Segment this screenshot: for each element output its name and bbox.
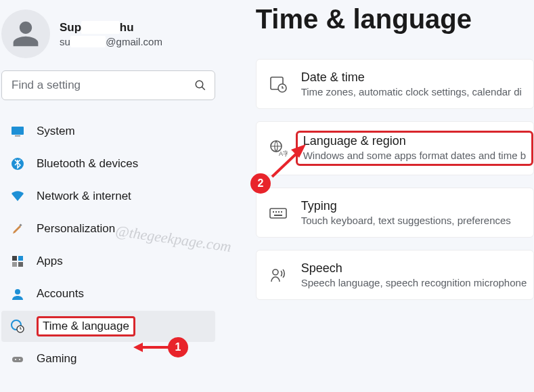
sidebar-item-bluetooth[interactable]: Bluetooth & devices bbox=[1, 148, 215, 179]
profile-email: suxxxxxxx@gmail.com bbox=[60, 36, 162, 47]
annotation-badge-2: 2 bbox=[250, 173, 271, 194]
annotation-arrow-2 bbox=[268, 144, 309, 178]
svg-line-29 bbox=[272, 152, 298, 177]
card-title: Language & region bbox=[303, 134, 526, 148]
annotation-arrow-1 bbox=[133, 341, 169, 354]
nav-list: System Bluetooth & devices Network & int… bbox=[0, 115, 217, 375]
svg-point-14 bbox=[15, 359, 16, 360]
wifi-icon bbox=[11, 190, 24, 203]
sidebar-item-personalization[interactable]: Personalization bbox=[1, 213, 215, 244]
card-subtitle: Time zones, automatic clock settings, ca… bbox=[301, 86, 533, 97]
card-subtitle: Touch keyboard, text suggestions, prefer… bbox=[301, 215, 533, 226]
nav-label: Personalization bbox=[37, 222, 115, 236]
svg-line-1 bbox=[202, 87, 205, 90]
svg-rect-22 bbox=[275, 211, 277, 213]
speech-icon bbox=[269, 265, 288, 284]
avatar[interactable] bbox=[1, 9, 50, 58]
card-speech[interactable]: Speech Speech language, speech recogniti… bbox=[256, 250, 534, 300]
apps-icon bbox=[11, 255, 24, 268]
bluetooth-icon bbox=[11, 157, 24, 171]
card-typing[interactable]: Typing Touch keyboard, text suggestions,… bbox=[256, 188, 534, 238]
sidebar-item-apps[interactable]: Apps bbox=[1, 246, 215, 277]
person-icon bbox=[11, 19, 41, 49]
svg-point-10 bbox=[15, 289, 20, 295]
keyboard-icon bbox=[269, 203, 288, 222]
svg-rect-13 bbox=[12, 357, 23, 362]
sidebar: Supxxxxxxhu suxxxxxxx@gmail.com bbox=[0, 0, 222, 392]
svg-rect-8 bbox=[12, 262, 17, 267]
svg-rect-21 bbox=[273, 211, 274, 213]
nav-label: Gaming bbox=[37, 352, 77, 366]
nav-label: Network & internet bbox=[37, 190, 131, 203]
card-title: Date & time bbox=[301, 70, 533, 85]
sidebar-item-system[interactable]: System bbox=[1, 116, 215, 147]
card-subtitle: Speech language, speech recognition micr… bbox=[301, 277, 533, 288]
sidebar-item-network[interactable]: Network & internet bbox=[1, 181, 215, 212]
svg-rect-20 bbox=[270, 209, 286, 218]
paintbrush-icon bbox=[11, 222, 24, 236]
nav-label: Accounts bbox=[37, 287, 84, 301]
page-title: Time & language bbox=[256, 4, 534, 35]
search-box[interactable] bbox=[1, 70, 215, 100]
settings-cards: Date & time Time zones, automatic clock … bbox=[256, 59, 534, 300]
card-subtitle: Windows and some apps format dates and t… bbox=[303, 150, 526, 161]
person-icon bbox=[11, 287, 24, 301]
nav-label: System bbox=[37, 125, 75, 138]
svg-rect-6 bbox=[12, 256, 17, 261]
sidebar-item-time-language[interactable]: Time & language bbox=[1, 311, 215, 342]
globe-clock-icon bbox=[11, 320, 24, 333]
svg-rect-25 bbox=[274, 215, 282, 216]
svg-rect-2 bbox=[12, 127, 24, 135]
svg-rect-7 bbox=[18, 256, 23, 261]
nav-label: Time & language bbox=[37, 316, 135, 336]
card-title: Speech bbox=[301, 261, 533, 276]
nav-label: Bluetooth & devices bbox=[37, 157, 138, 171]
calendar-clock-icon bbox=[269, 74, 288, 93]
search-input[interactable] bbox=[10, 78, 194, 93]
svg-rect-23 bbox=[278, 211, 280, 213]
card-title: Typing bbox=[301, 199, 533, 213]
svg-point-15 bbox=[19, 359, 20, 360]
svg-rect-9 bbox=[18, 262, 23, 267]
profile-block: Supxxxxxxhu suxxxxxxx@gmail.com bbox=[0, 9, 217, 70]
svg-rect-24 bbox=[281, 211, 282, 213]
profile-name: Supxxxxxxhu bbox=[60, 21, 162, 35]
main-content: Time & language Date & time Time zones, … bbox=[222, 0, 534, 392]
sidebar-item-accounts[interactable]: Accounts bbox=[1, 278, 215, 309]
svg-point-0 bbox=[196, 81, 203, 88]
card-date-time[interactable]: Date & time Time zones, automatic clock … bbox=[256, 59, 534, 109]
svg-point-26 bbox=[273, 269, 278, 275]
svg-marker-28 bbox=[133, 343, 143, 352]
gamepad-icon bbox=[11, 352, 24, 366]
display-icon bbox=[11, 125, 24, 138]
svg-rect-3 bbox=[15, 135, 20, 137]
search-icon bbox=[194, 79, 206, 91]
nav-label: Apps bbox=[37, 255, 63, 268]
annotation-badge-1: 1 bbox=[168, 337, 188, 357]
